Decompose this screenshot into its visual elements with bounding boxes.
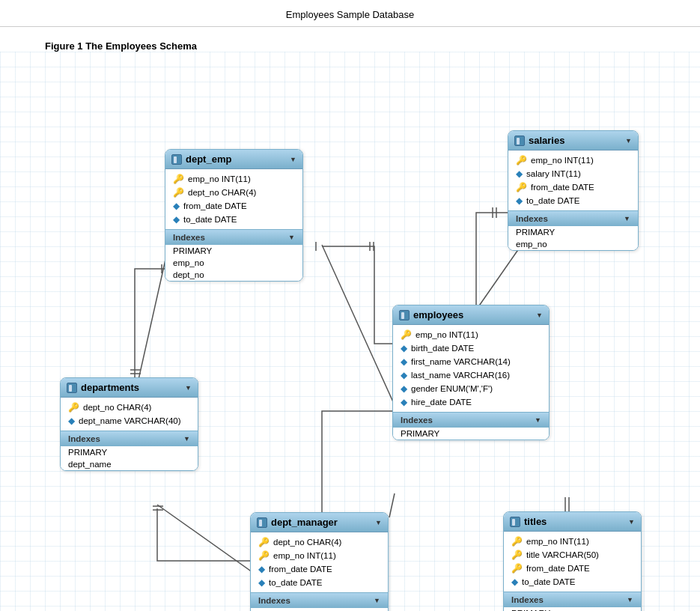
- field-row: 🔑emp_no INT(11): [393, 328, 549, 341]
- departments-fields: 🔑dept_no CHAR(4) ◆dept_name VARCHAR(40): [61, 398, 198, 431]
- field-row: ◆hire_date DATE: [393, 395, 549, 409]
- dept-emp-header: dept_emp ▼: [165, 150, 302, 169]
- svg-line-4: [389, 493, 395, 517]
- field-text: emp_no INT(11): [188, 174, 251, 183]
- indexes-header: Indexes ▼: [61, 431, 198, 446]
- index-emp-no: emp_no: [165, 257, 302, 269]
- field-text: dept_name VARCHAR(40): [79, 416, 181, 425]
- field-row: ◆from_date DATE: [165, 199, 302, 213]
- dept-manager-title: dept_manager: [271, 517, 338, 528]
- employees-title: employees: [413, 309, 463, 320]
- indexes-label: Indexes: [511, 595, 544, 604]
- key-icon: 🔑: [511, 536, 523, 547]
- index-primary: PRIMARY: [508, 226, 638, 238]
- gold-key-icon: 🔑: [511, 563, 523, 574]
- diamond-icon: ◆: [258, 564, 265, 574]
- diamond-icon: ◆: [401, 356, 407, 367]
- field-row: ◆from_date DATE: [251, 562, 388, 576]
- field-row: ◆dept_name VARCHAR(40): [61, 414, 198, 428]
- indexes-label: Indexes: [401, 416, 433, 425]
- diamond-icon: ◆: [401, 370, 407, 380]
- diamond-icon: ◆: [173, 214, 180, 225]
- field-text: from_date DATE: [531, 183, 594, 192]
- key-icon: 🔑: [258, 537, 270, 547]
- diamond-icon: ◆: [516, 168, 523, 179]
- field-row: 🔑dept_no CHAR(4): [251, 535, 388, 549]
- indexes-label: Indexes: [173, 233, 205, 242]
- salaries-header: salaries ▼: [508, 131, 638, 151]
- dropdown-arrow[interactable]: ▼: [185, 384, 192, 392]
- indexes-dropdown-arrow[interactable]: ▼: [374, 597, 380, 604]
- indexes-label: Indexes: [68, 434, 100, 443]
- indexes-header: Indexes ▼: [165, 229, 302, 245]
- table-employees: employees ▼ 🔑emp_no INT(11) ◆birth_date …: [392, 305, 550, 440]
- indexes-header: Indexes ▼: [251, 592, 388, 608]
- indexes-header: Indexes ▼: [504, 592, 641, 607]
- field-row: 🔑emp_no INT(11): [165, 172, 302, 186]
- indexes-dropdown-arrow[interactable]: ▼: [624, 215, 630, 222]
- departments-header: departments ▼: [61, 378, 198, 398]
- page-title: Employees Sample Database: [0, 0, 700, 27]
- svg-line-1: [135, 246, 168, 396]
- field-row: 🔑emp_no INT(11): [504, 535, 641, 548]
- salaries-fields: 🔑emp_no INT(11) ◆salary INT(11) 🔑from_da…: [508, 151, 638, 210]
- dropdown-arrow[interactable]: ▼: [628, 518, 635, 526]
- table-icon: [257, 517, 267, 528]
- field-text: salary INT(11): [526, 169, 581, 178]
- diamond-icon: ◆: [401, 383, 407, 394]
- field-row: ◆to_date DATE: [504, 575, 641, 589]
- indexes-dropdown-arrow[interactable]: ▼: [535, 416, 541, 424]
- table-salaries: salaries ▼ 🔑emp_no INT(11) ◆salary INT(1…: [508, 130, 639, 251]
- gold-key-icon: 🔑: [516, 182, 527, 192]
- field-row: ◆gender ENUM('M','F'): [393, 382, 549, 395]
- field-row: ◆to_date DATE: [165, 213, 302, 226]
- dropdown-arrow[interactable]: ▼: [290, 156, 296, 163]
- indexes-header: Indexes ▼: [393, 412, 549, 428]
- field-row: 🔑emp_no INT(11): [508, 153, 638, 167]
- indexes-label: Indexes: [258, 596, 290, 605]
- indexes-dropdown-arrow[interactable]: ▼: [183, 435, 190, 443]
- index-primary: PRIMARY: [251, 608, 388, 611]
- figure-label: Figure 1 The Employees Schema: [0, 27, 700, 52]
- field-text: emp_no INT(11): [416, 330, 478, 339]
- dept-manager-header: dept_manager ▼: [251, 513, 388, 532]
- field-row: ◆birth_date DATE: [393, 341, 549, 355]
- field-row: ◆last_name VARCHAR(16): [393, 368, 549, 382]
- dropdown-arrow[interactable]: ▼: [536, 311, 543, 319]
- field-text: gender ENUM('M','F'): [411, 384, 493, 393]
- key-icon: 🔑: [173, 174, 184, 184]
- field-text: last_name VARCHAR(16): [411, 371, 510, 380]
- field-text: emp_no INT(11): [273, 551, 336, 560]
- table-icon: [67, 383, 77, 393]
- key-icon: 🔑: [516, 155, 527, 165]
- field-text: birth_date DATE: [411, 344, 474, 353]
- dropdown-arrow[interactable]: ▼: [375, 519, 382, 526]
- table-titles: titles ▼ 🔑emp_no INT(11) 🔑title VARCHAR(…: [503, 511, 642, 611]
- field-row: 🔑from_date DATE: [504, 562, 641, 575]
- diamond-icon: ◆: [258, 577, 265, 588]
- field-text: to_date DATE: [183, 215, 237, 224]
- diamond-icon: ◆: [173, 201, 180, 211]
- field-text: from_date DATE: [183, 201, 247, 210]
- diamond-icon: ◆: [511, 577, 518, 587]
- indexes-dropdown-arrow[interactable]: ▼: [288, 234, 295, 241]
- field-text: to_date DATE: [522, 577, 575, 586]
- indexes-dropdown-arrow[interactable]: ▼: [627, 596, 633, 604]
- field-row: ◆to_date DATE: [508, 194, 638, 207]
- field-text: from_date DATE: [269, 565, 332, 574]
- field-row: 🔑from_date DATE: [508, 180, 638, 194]
- field-row: ◆salary INT(11): [508, 167, 638, 180]
- table-icon: [510, 517, 520, 527]
- table-icon: [514, 136, 525, 146]
- field-text: emp_no INT(11): [531, 156, 594, 165]
- index-primary: PRIMARY: [504, 607, 641, 611]
- titles-fields: 🔑emp_no INT(11) 🔑title VARCHAR(50) 🔑from…: [504, 532, 641, 592]
- table-icon: [171, 154, 182, 165]
- field-text: dept_no CHAR(4): [188, 188, 256, 197]
- field-text: title VARCHAR(50): [526, 550, 599, 559]
- diamond-icon: ◆: [516, 195, 523, 206]
- titles-title: titles: [524, 516, 547, 527]
- dropdown-arrow[interactable]: ▼: [625, 137, 632, 145]
- field-text: first_name VARCHAR(14): [411, 357, 511, 366]
- table-dept-emp: dept_emp ▼ 🔑emp_no INT(11) 🔑dept_no CHAR…: [165, 149, 303, 282]
